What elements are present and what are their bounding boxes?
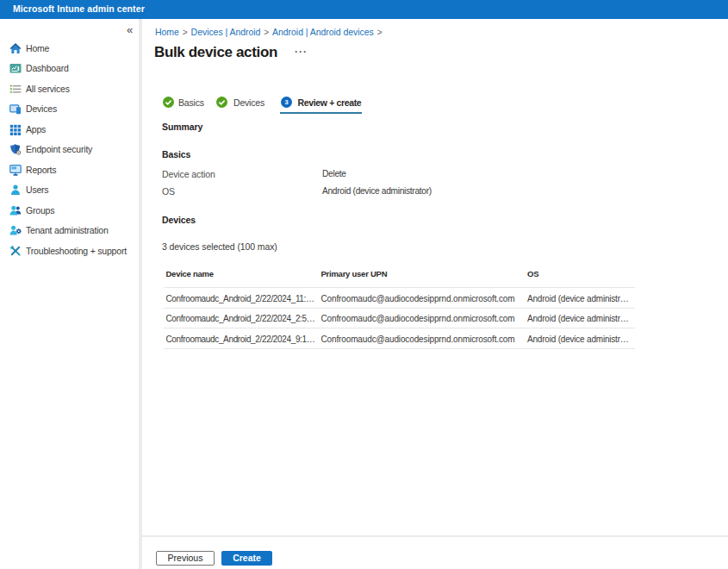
svg-text:3: 3	[284, 98, 288, 106]
